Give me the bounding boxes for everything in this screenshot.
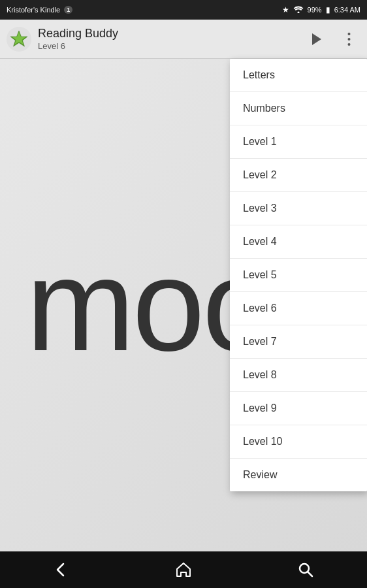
home-icon bbox=[175, 561, 192, 578]
svg-point-4 bbox=[347, 33, 350, 35]
svg-point-6 bbox=[347, 43, 350, 46]
menu-item-level2[interactable]: Level 2 bbox=[230, 159, 367, 192]
back-button[interactable] bbox=[43, 551, 80, 588]
menu-item-level4[interactable]: Level 4 bbox=[230, 225, 367, 259]
dropdown-menu: LettersNumbersLevel 1Level 2Level 3Level… bbox=[230, 59, 367, 491]
menu-item-level10[interactable]: Level 10 bbox=[230, 425, 367, 459]
back-icon bbox=[53, 561, 70, 578]
app-icon bbox=[7, 27, 31, 52]
menu-item-level6[interactable]: Level 6 bbox=[230, 292, 367, 325]
home-button[interactable] bbox=[165, 551, 202, 588]
wifi-icon bbox=[293, 5, 304, 15]
menu-item-level7[interactable]: Level 7 bbox=[230, 325, 367, 359]
app-bar: Reading Buddy Level 6 bbox=[0, 20, 367, 59]
menu-item-level3[interactable]: Level 3 bbox=[230, 192, 367, 225]
svg-line-8 bbox=[308, 572, 312, 576]
search-button[interactable] bbox=[287, 551, 324, 588]
more-options-button[interactable] bbox=[337, 27, 360, 51]
app-subtitle: Level 6 bbox=[38, 41, 304, 51]
battery-icon: ▮ bbox=[326, 5, 330, 14]
app-bar-actions bbox=[304, 27, 360, 51]
app-title: Reading Buddy bbox=[38, 27, 304, 41]
battery-level: 99% bbox=[308, 6, 322, 14]
menu-item-review[interactable]: Review bbox=[230, 459, 367, 491]
device-name: Kristofer's Kindle bbox=[7, 6, 60, 14]
status-bar: Kristofer's Kindle 1 ★ 99% ▮ 6:34 AM bbox=[0, 0, 367, 20]
search-icon bbox=[297, 561, 314, 578]
menu-item-level5[interactable]: Level 5 bbox=[230, 259, 367, 292]
play-button[interactable] bbox=[304, 27, 328, 51]
menu-item-numbers[interactable]: Numbers bbox=[230, 92, 367, 125]
bottom-nav bbox=[0, 551, 367, 588]
status-bar-left: Kristofer's Kindle 1 bbox=[7, 6, 72, 14]
menu-item-level8[interactable]: Level 8 bbox=[230, 359, 367, 392]
menu-item-level9[interactable]: Level 9 bbox=[230, 392, 367, 425]
menu-item-letters[interactable]: Letters bbox=[230, 59, 367, 92]
more-icon bbox=[347, 32, 351, 46]
menu-item-level1[interactable]: Level 1 bbox=[230, 125, 367, 159]
bluetooth-icon: ★ bbox=[282, 5, 289, 14]
play-icon bbox=[309, 32, 323, 46]
svg-point-5 bbox=[347, 38, 350, 41]
svg-marker-3 bbox=[312, 33, 321, 45]
notification-badge: 1 bbox=[64, 6, 72, 14]
status-bar-right: ★ 99% ▮ 6:34 AM bbox=[282, 5, 360, 15]
app-title-group: Reading Buddy Level 6 bbox=[38, 27, 304, 51]
time-display: 6:34 AM bbox=[334, 6, 360, 14]
